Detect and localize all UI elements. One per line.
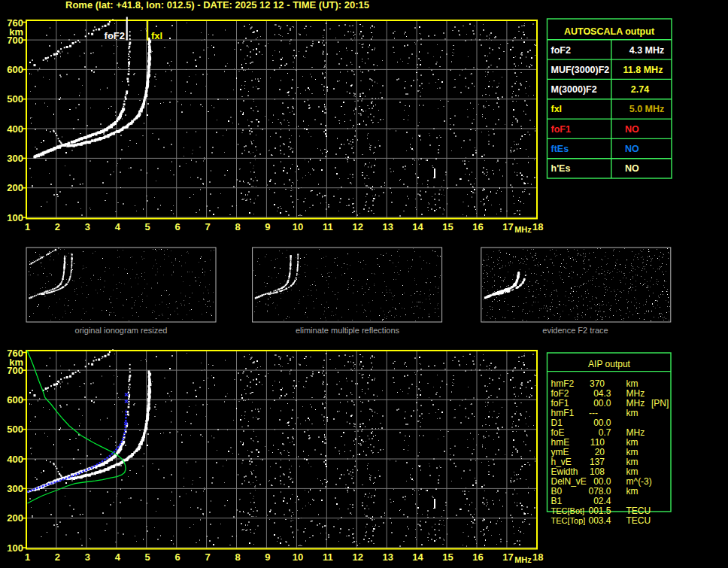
svg-text:Ewidth: Ewidth [551, 466, 578, 477]
svg-text:3: 3 [85, 551, 90, 563]
svg-text:hmE: hmE [551, 437, 570, 448]
svg-text:600: 600 [7, 64, 23, 75]
svg-text:ymE: ymE [551, 447, 569, 457]
svg-text:15: 15 [442, 551, 453, 563]
svg-text:km: km [626, 486, 639, 497]
svg-text:km: km [626, 457, 639, 467]
svg-text:ftEs: ftEs [551, 144, 569, 154]
svg-text:700: 700 [7, 35, 23, 46]
svg-text:200: 200 [7, 512, 23, 524]
svg-text:7: 7 [205, 551, 210, 563]
svg-text:137: 137 [590, 457, 605, 467]
svg-text:m^(-3): m^(-3) [626, 476, 652, 487]
svg-text:00.0: 00.0 [593, 398, 611, 409]
svg-text:100: 100 [7, 212, 23, 223]
svg-text:km: km [626, 408, 639, 418]
svg-text:18: 18 [532, 551, 543, 563]
svg-text:fxl: fxl [551, 104, 563, 114]
svg-text:10: 10 [293, 221, 303, 232]
svg-text:400: 400 [7, 123, 23, 135]
svg-text:MHz: MHz [514, 225, 532, 234]
svg-text:11: 11 [323, 221, 333, 232]
svg-text:17: 17 [502, 551, 513, 563]
svg-text:6: 6 [175, 551, 180, 563]
svg-text:evidence F2 trace: evidence F2 trace [542, 326, 608, 335]
svg-text:2.74: 2.74 [631, 84, 649, 95]
svg-text:2: 2 [55, 221, 60, 232]
svg-text:300: 300 [7, 483, 23, 494]
svg-text:13: 13 [382, 221, 393, 232]
svg-text:500: 500 [7, 424, 23, 435]
svg-text:9: 9 [265, 551, 270, 563]
svg-text:MUF(3000)F2: MUF(3000)F2 [551, 65, 610, 75]
svg-text:14: 14 [412, 221, 423, 232]
svg-text:20: 20 [595, 447, 605, 457]
svg-text:km: km [626, 466, 639, 477]
svg-text:11.8 MHz: 11.8 MHz [623, 65, 663, 75]
svg-text:AUTOSCALA output: AUTOSCALA output [564, 26, 655, 37]
svg-text:foF1: foF1 [551, 398, 569, 409]
svg-text:D1: D1 [551, 418, 563, 428]
svg-text:8: 8 [235, 551, 240, 563]
svg-text:foE: foE [551, 427, 565, 438]
svg-text:600: 600 [7, 394, 23, 405]
svg-text:foF1: foF1 [551, 124, 571, 135]
svg-text:fxl: fxl [151, 30, 162, 41]
svg-text:---: --- [589, 408, 598, 418]
svg-text:17: 17 [502, 221, 513, 232]
svg-text:hmF1: hmF1 [551, 408, 575, 418]
svg-text:B1: B1 [551, 496, 563, 506]
svg-text:Rome (lat: +41.8, lon: 012.5): Rome (lat: +41.8, lon: 012.5) - DATE: 20… [65, 0, 369, 11]
svg-text:h'Es: h'Es [551, 163, 571, 174]
svg-text:B0: B0 [551, 486, 563, 497]
svg-text:DelN_vE: DelN_vE [551, 476, 587, 487]
svg-text:4: 4 [115, 221, 121, 232]
svg-text:MHz: MHz [626, 398, 645, 409]
svg-text:km: km [626, 447, 639, 457]
svg-text:200: 200 [7, 182, 23, 193]
svg-text:10: 10 [293, 551, 303, 563]
svg-text:M(3000)F2: M(3000)F2 [551, 84, 597, 95]
svg-text:foF2: foF2 [551, 45, 571, 56]
svg-text:110: 110 [590, 437, 605, 448]
svg-text:h_vE: h_vE [551, 457, 572, 467]
svg-text:003.4: 003.4 [588, 515, 611, 526]
svg-text:00.0: 00.0 [593, 418, 611, 428]
svg-text:5.0 MHz: 5.0 MHz [629, 104, 665, 114]
svg-text:4: 4 [115, 551, 121, 563]
svg-text:5: 5 [145, 221, 150, 232]
svg-text:TECU: TECU [626, 506, 651, 516]
svg-text:MHz: MHz [514, 555, 532, 564]
svg-text:MHz: MHz [626, 427, 645, 438]
svg-text:13: 13 [382, 551, 393, 563]
svg-text:400: 400 [7, 454, 23, 465]
svg-text:16: 16 [472, 551, 483, 563]
svg-text:TEC[Bot]: TEC[Bot] [551, 506, 585, 515]
svg-text:12: 12 [352, 551, 362, 563]
svg-text:100: 100 [7, 542, 23, 554]
svg-text:NO: NO [625, 163, 639, 174]
svg-text:001.5: 001.5 [588, 506, 611, 516]
svg-text:500: 500 [7, 93, 23, 105]
svg-text:AIP output: AIP output [588, 359, 630, 369]
svg-text:3: 3 [85, 221, 90, 232]
svg-text:108: 108 [590, 466, 605, 477]
svg-text:02.4: 02.4 [593, 496, 611, 506]
svg-text:NO: NO [625, 144, 639, 154]
svg-text:7: 7 [205, 221, 210, 232]
svg-text:4.3 MHz: 4.3 MHz [629, 45, 665, 56]
svg-text:14: 14 [412, 551, 423, 563]
svg-text:km: km [626, 437, 639, 448]
svg-text:370: 370 [590, 378, 605, 389]
svg-text:9: 9 [265, 221, 270, 232]
svg-text:16: 16 [472, 221, 483, 232]
svg-text:12: 12 [352, 221, 362, 232]
svg-text:6: 6 [175, 221, 180, 232]
svg-text:078.0: 078.0 [588, 486, 611, 497]
svg-text:original ionogram resized: original ionogram resized [75, 326, 168, 335]
svg-text:1: 1 [25, 221, 30, 232]
svg-text:NO: NO [625, 124, 639, 135]
svg-text:km: km [626, 378, 639, 389]
svg-text:foF2: foF2 [105, 30, 125, 41]
svg-text:eliminate multiple reflections: eliminate multiple reflections [296, 326, 400, 335]
